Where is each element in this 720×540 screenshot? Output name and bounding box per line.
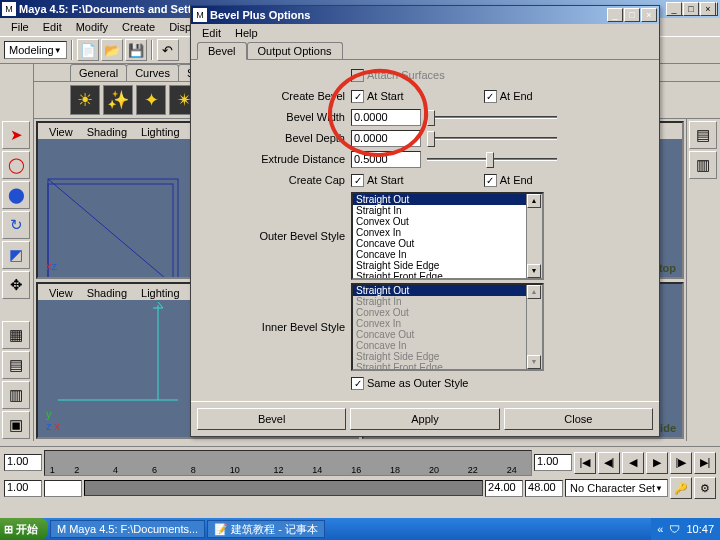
bevel-depth-input[interactable] — [351, 130, 421, 147]
play-back-button[interactable]: ◀ — [622, 452, 644, 474]
dialog-titlebar[interactable]: M Bevel Plus Options _ □ × — [191, 6, 659, 24]
scrollbar: ▲ ▼ — [526, 285, 542, 369]
cap-atstart-checkbox[interactable]: ✓ — [351, 174, 364, 187]
range-start-field[interactable]: 1.00 — [4, 480, 42, 497]
shelf-light-1[interactable]: ☀ — [70, 85, 100, 115]
list-item[interactable]: Concave Out — [353, 238, 542, 249]
menu-file[interactable]: File — [4, 19, 36, 35]
svg-rect-0 — [48, 179, 178, 277]
list-item[interactable]: Straight Front Edge — [353, 271, 542, 280]
scroll-up-icon[interactable]: ▲ — [527, 194, 541, 208]
bevel-width-slider[interactable] — [427, 116, 557, 119]
bevel-button[interactable]: Bevel — [197, 408, 346, 430]
bevel-width-input[interactable] — [351, 109, 421, 126]
list-item[interactable]: Straight Side Edge — [353, 260, 542, 271]
channel-btn[interactable]: ▤ — [689, 121, 717, 149]
close-button[interactable]: Close — [504, 408, 653, 430]
layout-tool-2[interactable]: ▤ — [2, 351, 30, 379]
list-item[interactable]: Convex In — [353, 227, 542, 238]
lasso-tool[interactable]: ◯ — [2, 151, 30, 179]
list-item[interactable]: Concave In — [353, 249, 542, 260]
step-back-button[interactable]: ◀| — [598, 452, 620, 474]
play-button[interactable]: ▶ — [646, 452, 668, 474]
win2-maximize-button[interactable]: □ — [683, 2, 699, 16]
menu-modify[interactable]: Modify — [69, 19, 115, 35]
list-item[interactable]: Straight Out — [353, 194, 542, 205]
vp-menu-shading[interactable]: Shading — [80, 285, 134, 301]
scale-tool[interactable]: ◩ — [2, 241, 30, 269]
cap-atend-checkbox[interactable]: ✓ — [484, 174, 497, 187]
shelf-light-2[interactable]: ✨ — [103, 85, 133, 115]
extrude-distance-input[interactable] — [351, 151, 421, 168]
time-end-field[interactable]: 1.00 — [534, 454, 572, 471]
bevel-depth-slider[interactable] — [427, 137, 557, 140]
charset-dropdown[interactable]: No Character Set▼ — [565, 479, 668, 497]
range-end-field[interactable]: 48.00 — [525, 480, 563, 497]
timeline-ruler[interactable]: 1 2 4 6 8 10 12 14 16 18 20 22 24 — [44, 450, 532, 476]
time-start-field[interactable]: 1.00 — [4, 454, 42, 471]
autokey-button[interactable]: 🔑 — [670, 477, 692, 499]
scroll-down-icon[interactable]: ▼ — [527, 264, 541, 278]
range-start2-field[interactable] — [44, 480, 82, 497]
slider-thumb[interactable] — [427, 131, 435, 147]
list-item: Convex Out — [353, 307, 542, 318]
tb-new[interactable]: 📄 — [77, 39, 99, 61]
tray-shield-icon[interactable]: 🛡 — [669, 523, 680, 535]
slider-thumb[interactable] — [427, 110, 435, 126]
tb-open[interactable]: 📂 — [101, 39, 123, 61]
select-tool[interactable]: ➤ — [2, 121, 30, 149]
step-fwd-button[interactable]: |▶ — [670, 452, 692, 474]
attach-surfaces-checkbox[interactable] — [351, 69, 364, 82]
extrude-distance-slider[interactable] — [427, 158, 557, 161]
create-cap-label: Create Cap — [203, 174, 351, 186]
dialog-maximize-button[interactable]: □ — [624, 8, 640, 22]
vp-menu-lighting[interactable]: Lighting — [134, 124, 187, 140]
win2-minimize-button[interactable]: _ — [666, 2, 682, 16]
tb-save[interactable]: 💾 — [125, 39, 147, 61]
system-tray[interactable]: « 🛡 10:47 — [651, 518, 720, 540]
range-mid-field[interactable]: 24.00 — [485, 480, 523, 497]
menu-create[interactable]: Create — [115, 19, 162, 35]
tab-output-options[interactable]: Output Options — [247, 42, 343, 59]
attr-btn[interactable]: ▥ — [689, 151, 717, 179]
shelf-tab-curves[interactable]: Curves — [126, 64, 179, 81]
tray-icon-1[interactable]: « — [657, 523, 663, 535]
task-maya[interactable]: MMaya 4.5: F:\Documents... — [50, 520, 205, 538]
tb-undo[interactable]: ↶ — [157, 39, 179, 61]
vp-menu-shading[interactable]: Shading — [80, 124, 134, 140]
dlg-menu-edit[interactable]: Edit — [195, 25, 228, 41]
dialog-minimize-button[interactable]: _ — [607, 8, 623, 22]
layout-tool[interactable]: ▦ — [2, 321, 30, 349]
bevel-atstart-checkbox[interactable]: ✓ — [351, 90, 364, 103]
vp-menu-view[interactable]: View — [42, 124, 80, 140]
dlg-menu-help[interactable]: Help — [228, 25, 265, 41]
list-item[interactable]: Straight In — [353, 205, 542, 216]
start-button[interactable]: ⊞开始 — [0, 518, 48, 540]
scrollbar[interactable]: ▲ ▼ — [526, 194, 542, 278]
rotate-tool[interactable]: ↻ — [2, 211, 30, 239]
apply-button[interactable]: Apply — [350, 408, 499, 430]
bevel-atend-checkbox[interactable]: ✓ — [484, 90, 497, 103]
move-tool[interactable]: ⬤ — [2, 181, 30, 209]
mode-dropdown[interactable]: Modeling▼ — [4, 41, 67, 59]
same-outer-checkbox[interactable]: ✓ — [351, 377, 364, 390]
rewind-end-button[interactable]: ▶| — [694, 452, 716, 474]
dialog-close-button[interactable]: × — [641, 8, 657, 22]
vp-menu-view[interactable]: View — [42, 285, 80, 301]
shelf-light-3[interactable]: ✦ — [136, 85, 166, 115]
range-slider[interactable] — [84, 480, 483, 496]
rewind-start-button[interactable]: |◀ — [574, 452, 596, 474]
prefs-button[interactable]: ⚙ — [694, 477, 716, 499]
task-notepad[interactable]: 📝建筑教程 - 记事本 — [207, 520, 325, 538]
layout-tool-4[interactable]: ▣ — [2, 411, 30, 439]
tab-bevel[interactable]: Bevel — [197, 42, 247, 60]
vp-menu-lighting[interactable]: Lighting — [134, 285, 187, 301]
shelf-tab-general[interactable]: General — [70, 64, 127, 81]
manipulator-tool[interactable]: ✥ — [2, 271, 30, 299]
layout-tool-3[interactable]: ▥ — [2, 381, 30, 409]
win2-close-button[interactable]: × — [700, 2, 716, 16]
menu-edit[interactable]: Edit — [36, 19, 69, 35]
list-item[interactable]: Convex Out — [353, 216, 542, 227]
slider-thumb[interactable] — [486, 152, 494, 168]
outer-style-listbox[interactable]: Straight Out Straight In Convex Out Conv… — [351, 192, 544, 280]
